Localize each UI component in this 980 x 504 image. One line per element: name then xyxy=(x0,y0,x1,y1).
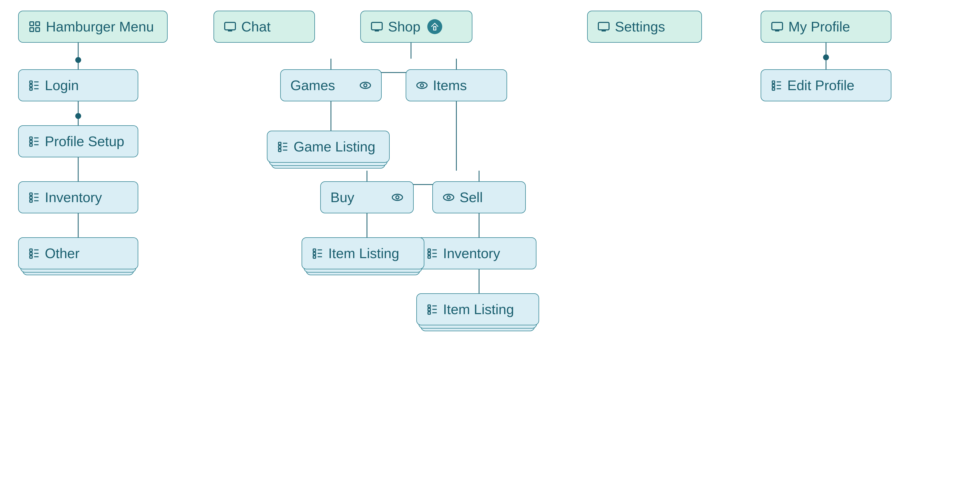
svg-rect-55 xyxy=(434,27,436,30)
inventory-sell-label: Inventory xyxy=(443,245,500,262)
svg-rect-98 xyxy=(772,88,775,90)
svg-point-59 xyxy=(420,84,423,87)
game-listing-node: Game Listing xyxy=(267,131,390,163)
settings-label: Settings xyxy=(615,19,665,35)
list-icon-other xyxy=(28,247,40,259)
svg-rect-78 xyxy=(428,252,431,255)
svg-rect-74 xyxy=(313,256,316,258)
svg-rect-43 xyxy=(30,249,32,252)
item-listing-buy-node: Item Listing xyxy=(302,237,424,269)
svg-rect-62 xyxy=(278,146,281,148)
svg-rect-94 xyxy=(772,81,775,84)
list-icon-profile xyxy=(28,135,40,147)
edit-profile-label: Edit Profile xyxy=(787,77,854,94)
svg-rect-86 xyxy=(428,312,431,314)
other-node: Other xyxy=(18,237,138,269)
game-listing-label: Game Listing xyxy=(294,139,375,155)
eye-icon-sell xyxy=(442,191,455,203)
item-listing-sell-node: Item Listing xyxy=(416,293,539,325)
svg-rect-52 xyxy=(372,22,382,30)
svg-rect-96 xyxy=(772,84,775,87)
list-icon-login xyxy=(28,79,40,91)
list-icon-inventory-left xyxy=(28,192,40,203)
my-profile-label: My Profile xyxy=(788,19,850,35)
svg-rect-88 xyxy=(598,22,609,30)
svg-point-68 xyxy=(444,194,454,201)
svg-rect-25 xyxy=(30,81,32,84)
eye-icon-games xyxy=(359,79,372,92)
svg-rect-70 xyxy=(313,249,316,252)
game-listing-stack: Game Listing xyxy=(267,131,390,163)
svg-rect-23 xyxy=(30,28,33,32)
list-icon-item-listing-sell xyxy=(426,303,438,315)
buy-label: Buy xyxy=(330,189,387,205)
screen-icon-my-profile xyxy=(771,20,784,33)
svg-rect-47 xyxy=(30,256,32,258)
svg-rect-84 xyxy=(428,308,431,311)
inventory-left-node: Inventory xyxy=(18,181,138,213)
item-listing-buy-label: Item Listing xyxy=(328,245,399,262)
svg-rect-60 xyxy=(278,143,281,145)
eye-icon-items xyxy=(416,79,428,92)
other-stack: Other xyxy=(18,237,138,269)
svg-rect-49 xyxy=(225,22,235,30)
svg-rect-41 xyxy=(30,200,32,202)
svg-rect-64 xyxy=(278,149,281,152)
edit-profile-node: Edit Profile xyxy=(760,69,891,101)
svg-rect-76 xyxy=(428,249,431,252)
svg-point-58 xyxy=(417,82,427,89)
shop-node: Shop xyxy=(360,11,473,43)
item-listing-buy-stack: Item Listing xyxy=(302,237,424,269)
inventory-left-label: Inventory xyxy=(45,189,102,205)
svg-rect-35 xyxy=(30,144,32,146)
screen-icon-chat xyxy=(224,20,237,33)
svg-point-67 xyxy=(396,196,399,199)
list-icon-edit-profile xyxy=(771,79,783,91)
svg-rect-24 xyxy=(36,28,40,32)
svg-point-66 xyxy=(392,194,402,201)
svg-point-57 xyxy=(364,84,367,87)
settings-node: Settings xyxy=(587,11,702,43)
games-node: Games xyxy=(280,69,382,101)
inventory-sell-node: Inventory xyxy=(416,237,536,269)
svg-rect-29 xyxy=(30,88,32,90)
svg-point-1 xyxy=(75,57,81,63)
svg-rect-37 xyxy=(30,193,32,195)
eye-icon-buy xyxy=(391,191,404,203)
svg-rect-22 xyxy=(36,22,40,25)
games-label: Games xyxy=(290,77,355,94)
svg-rect-72 xyxy=(313,252,316,255)
hamburger-menu-node: Hamburger Menu xyxy=(18,11,168,43)
list-icon-game-listing xyxy=(277,141,289,152)
login-label: Login xyxy=(45,77,79,94)
my-profile-node: My Profile xyxy=(760,11,891,43)
grid-icon xyxy=(28,20,41,33)
svg-rect-33 xyxy=(30,140,32,143)
svg-rect-21 xyxy=(30,22,33,25)
sell-node: Sell xyxy=(432,181,526,213)
screen-icon-shop xyxy=(371,20,383,33)
profile-setup-label: Profile Setup xyxy=(45,133,124,149)
svg-rect-27 xyxy=(30,84,32,87)
svg-rect-82 xyxy=(428,305,431,307)
item-listing-sell-stack: Item Listing xyxy=(416,293,539,325)
list-icon-inventory-sell xyxy=(426,247,438,259)
items-label: Items xyxy=(433,77,467,94)
login-node: Login xyxy=(18,69,138,101)
svg-point-19 xyxy=(823,54,829,60)
svg-rect-80 xyxy=(428,256,431,258)
diagram-container: Hamburger Menu Login xyxy=(0,0,980,504)
screen-icon-settings xyxy=(597,20,610,33)
svg-rect-45 xyxy=(30,252,32,255)
items-node: Items xyxy=(406,69,507,101)
buy-node: Buy xyxy=(320,181,414,213)
svg-point-3 xyxy=(75,113,81,119)
hamburger-menu-label: Hamburger Menu xyxy=(46,19,154,35)
sell-label: Sell xyxy=(460,189,483,205)
shop-label: Shop xyxy=(388,19,420,35)
svg-point-56 xyxy=(360,82,371,89)
chat-label: Chat xyxy=(241,19,270,35)
other-label: Other xyxy=(45,245,80,262)
svg-rect-39 xyxy=(30,196,32,199)
svg-point-69 xyxy=(447,196,450,199)
